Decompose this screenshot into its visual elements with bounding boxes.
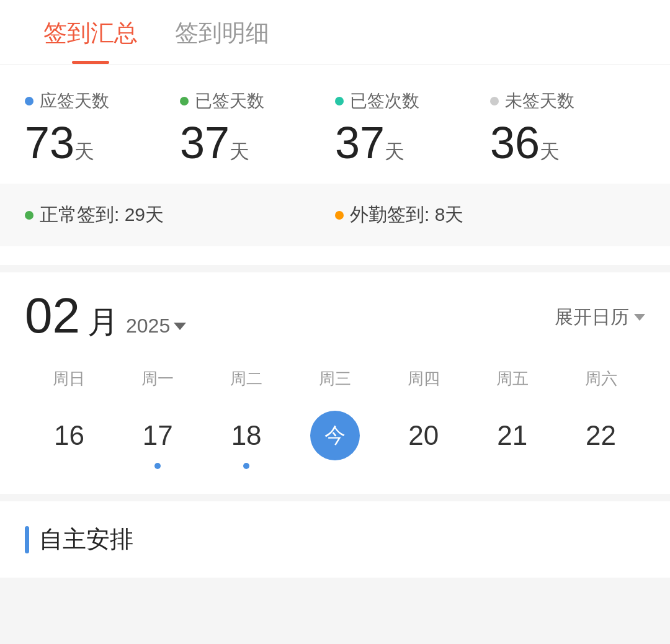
calendar-grid: 周日 周一 周二 周三 周四 周五 周六 161718今202122	[25, 362, 645, 481]
day-cell-0[interactable]: 16	[25, 402, 114, 481]
tab-bar: 签到汇总 签到明细	[0, 0, 670, 65]
dot-green-signed	[180, 97, 189, 105]
stat-label-signed-days: 已签天数	[180, 89, 335, 113]
self-arrange-section: 自主安排	[0, 501, 670, 578]
day-number-3: 今	[310, 411, 360, 460]
day-number-0: 16	[44, 411, 94, 460]
att-dot-green	[25, 211, 34, 220]
tab-detail[interactable]: 签到明细	[156, 0, 288, 64]
month-char: 月	[87, 302, 118, 343]
weekday-thu: 周四	[379, 362, 468, 396]
year-selector[interactable]: 2025	[126, 315, 186, 338]
stat-signed-days: 已签天数 37天	[180, 89, 335, 165]
day-cell-1[interactable]: 17	[114, 402, 202, 481]
section-title-self-arrange: 自主安排	[25, 524, 645, 555]
day-number-5: 21	[488, 411, 537, 460]
stat-value-signed-times: 37天	[335, 120, 490, 165]
stat-label-signed-times: 已签次数	[335, 89, 490, 113]
att-type-normal: 正常签到: 29天	[25, 202, 335, 228]
dot-gray	[490, 97, 499, 105]
dot-blue	[25, 97, 34, 105]
stat-value-unsigned-days: 36天	[490, 120, 645, 165]
day-cell-2[interactable]: 18	[202, 402, 291, 481]
weekday-mon: 周一	[114, 362, 202, 396]
month-number: 02	[25, 291, 80, 341]
day-cell-3[interactable]: 今	[291, 402, 380, 481]
stat-unsigned-days: 未签天数 36天	[490, 89, 645, 165]
self-arrange-title: 自主安排	[39, 524, 133, 555]
expand-chevron-icon	[634, 314, 645, 321]
attendance-types: 正常签到: 29天 外勤签到: 8天	[0, 184, 670, 246]
stat-value-signed-days: 37天	[180, 120, 335, 165]
att-type-outside: 外勤签到: 8天	[335, 202, 645, 228]
chevron-down-icon	[174, 323, 186, 330]
expand-label: 展开日历	[555, 305, 629, 330]
stats-row: 应签天数 73天 已签天数 37天 已签次数 37天	[25, 89, 645, 165]
dot-teal	[335, 97, 344, 105]
weekday-sat: 周六	[556, 362, 645, 396]
calendar-section: 02 月 2025 展开日历 周日 周一 周二 周三 周四 周五 周六 1617…	[0, 272, 670, 494]
day-dot-2	[243, 463, 249, 469]
stat-label-unsigned-days: 未签天数	[490, 89, 645, 113]
day-number-2: 18	[221, 411, 271, 460]
year-value: 2025	[126, 315, 170, 338]
day-number-1: 17	[133, 411, 182, 460]
stat-value-should-sign: 73天	[25, 120, 180, 165]
day-cell-6[interactable]: 22	[556, 402, 645, 481]
weekday-wed: 周三	[291, 362, 380, 396]
stat-should-sign: 应签天数 73天	[25, 89, 180, 165]
calendar-header: 02 月 2025 展开日历	[25, 291, 645, 343]
weekday-sun: 周日	[25, 362, 114, 396]
weekday-fri: 周五	[468, 362, 556, 396]
month-title: 02 月 2025	[25, 291, 186, 343]
stat-signed-times: 已签次数 37天	[335, 89, 490, 165]
att-dot-orange	[335, 211, 344, 220]
expand-calendar-button[interactable]: 展开日历	[555, 305, 645, 330]
day-number-6: 22	[576, 411, 626, 460]
stats-section: 应签天数 73天 已签天数 37天 已签次数 37天	[0, 65, 670, 265]
stat-label-should-sign: 应签天数	[25, 89, 180, 113]
tab-summary[interactable]: 签到汇总	[25, 0, 156, 64]
weekday-row: 周日 周一 周二 周三 周四 周五 周六	[25, 362, 645, 396]
day-number-4: 20	[399, 411, 449, 460]
day-dot-1	[154, 463, 161, 469]
day-cell-4[interactable]: 20	[379, 402, 468, 481]
weekday-tue: 周二	[202, 362, 291, 396]
days-row: 161718今202122	[25, 402, 645, 481]
title-bar-icon	[25, 526, 29, 553]
day-cell-5[interactable]: 21	[468, 402, 556, 481]
